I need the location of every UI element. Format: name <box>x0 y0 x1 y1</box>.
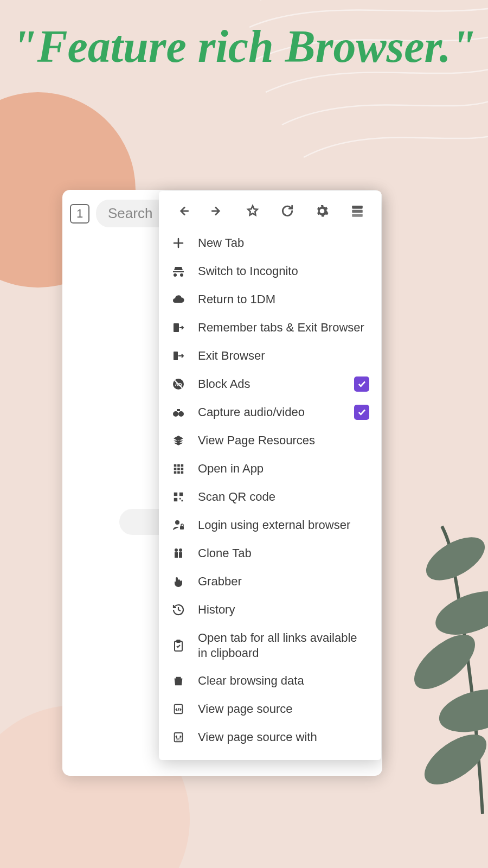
menu-item-login-external[interactable]: Login using external browser <box>159 511 381 539</box>
server-button[interactable] <box>348 202 367 220</box>
arrow-left-icon <box>176 204 190 218</box>
menu-item-capture-av[interactable]: Capture audio/video <box>159 398 381 426</box>
svg-rect-16 <box>174 464 177 467</box>
svg-rect-21 <box>181 468 184 470</box>
svg-point-0 <box>419 528 488 589</box>
back-button[interactable] <box>174 202 192 220</box>
svg-text:3RD: 3RD <box>176 738 181 741</box>
overflow-menu: New Tab Switch to Incognito Return to 1D… <box>159 191 381 760</box>
menu-item-label: Open tab for all links available in clip… <box>198 630 369 660</box>
svg-point-30 <box>175 520 179 525</box>
binoculars-icon <box>171 405 186 420</box>
menu-item-label: View page source <box>198 701 369 717</box>
menu-item-clone-tab[interactable]: Clone Tab <box>159 539 381 567</box>
apps-grid-icon <box>171 461 186 476</box>
svg-rect-37 <box>177 640 180 642</box>
svg-rect-8 <box>174 323 179 332</box>
headline: "Feature rich Browser." <box>0 0 488 71</box>
menu-item-remember-exit[interactable]: Remember tabs & Exit Browser <box>159 314 381 342</box>
svg-rect-25 <box>174 493 177 496</box>
svg-rect-19 <box>174 468 177 470</box>
server-icon <box>350 204 364 218</box>
menu-item-label: Remember tabs & Exit Browser <box>198 320 369 335</box>
settings-button[interactable] <box>313 202 331 220</box>
menu-item-label: History <box>198 602 369 617</box>
svg-rect-22 <box>174 471 177 474</box>
checkbox-checked-icon[interactable] <box>354 405 369 420</box>
history-icon <box>171 602 186 617</box>
menu-item-label: Exit Browser <box>198 348 369 363</box>
menu-item-open-clipboard-links[interactable]: Open tab for all links available in clip… <box>159 624 381 667</box>
code-file-3rd-icon: 3RD <box>171 730 186 745</box>
svg-rect-20 <box>177 468 180 470</box>
menu-item-label: Clone Tab <box>198 546 369 561</box>
layers-icon <box>171 433 186 448</box>
svg-rect-9 <box>174 352 178 360</box>
menu-item-return-1dm[interactable]: Return to 1DM <box>159 285 381 314</box>
svg-rect-31 <box>180 526 184 529</box>
menu-item-clear-data[interactable]: Clear browsing data <box>159 667 381 695</box>
remember-exit-icon <box>171 320 186 335</box>
menu-item-label: Grabber <box>198 574 369 589</box>
menu-item-label: Capture audio/video <box>198 405 342 420</box>
svg-rect-15 <box>177 409 180 411</box>
user-lock-icon <box>171 518 186 533</box>
refresh-icon <box>280 204 294 218</box>
ad-block-icon: AD <box>171 376 186 392</box>
menu-top-icons <box>159 200 381 229</box>
menu-item-exit[interactable]: Exit Browser <box>159 342 381 370</box>
menu-item-open-in-app[interactable]: Open in App <box>159 455 381 483</box>
svg-rect-29 <box>182 500 183 502</box>
menu-item-label: Block Ads <box>198 376 342 392</box>
incognito-icon <box>171 264 186 279</box>
svg-rect-28 <box>179 498 181 500</box>
clipboard-check-icon <box>171 638 186 653</box>
fist-icon <box>171 574 186 589</box>
forward-button[interactable] <box>208 202 227 220</box>
svg-point-34 <box>179 548 182 552</box>
code-file-icon <box>171 701 186 717</box>
exit-icon <box>171 348 186 363</box>
gear-icon <box>315 204 329 218</box>
plus-icon <box>171 235 186 251</box>
cloud-download-icon <box>171 292 186 307</box>
star-icon <box>246 204 260 218</box>
svg-rect-35 <box>179 552 182 558</box>
svg-rect-6 <box>352 210 363 213</box>
svg-rect-23 <box>177 471 180 474</box>
menu-item-scan-qr[interactable]: Scan QR code <box>159 483 381 511</box>
bookmark-button[interactable] <box>243 202 262 220</box>
tab-count-button[interactable]: 1 <box>70 204 89 224</box>
svg-rect-18 <box>181 464 184 467</box>
menu-item-grabber[interactable]: Grabber <box>159 567 381 596</box>
menu-item-incognito[interactable]: Switch to Incognito <box>159 257 381 285</box>
svg-rect-24 <box>181 471 184 474</box>
svg-point-32 <box>175 548 178 552</box>
menu-item-label: Return to 1DM <box>198 292 369 307</box>
checkbox-checked-icon[interactable] <box>354 376 369 392</box>
menu-item-label: Clear browsing data <box>198 673 369 688</box>
menu-item-page-resources[interactable]: View Page Resources <box>159 426 381 455</box>
trash-icon <box>171 673 186 688</box>
menu-item-block-ads[interactable]: AD Block Ads <box>159 370 381 398</box>
menu-item-label: Open in App <box>198 461 369 476</box>
svg-rect-5 <box>352 206 363 208</box>
menu-item-label: Switch to Incognito <box>198 264 369 279</box>
qr-icon <box>171 489 186 505</box>
svg-rect-27 <box>174 498 177 501</box>
svg-rect-33 <box>175 552 178 558</box>
clone-icon <box>171 546 186 561</box>
menu-item-label: Login using external browser <box>198 518 369 533</box>
menu-item-view-source-with[interactable]: 3RD View page source with <box>159 723 381 751</box>
svg-rect-17 <box>177 464 180 467</box>
menu-item-view-source[interactable]: View page source <box>159 695 381 723</box>
menu-item-history[interactable]: History <box>159 596 381 624</box>
svg-point-14 <box>178 411 184 417</box>
refresh-button[interactable] <box>278 202 297 220</box>
menu-item-label: Scan QR code <box>198 489 369 505</box>
bg-leaves <box>374 439 488 819</box>
svg-point-13 <box>173 411 178 417</box>
menu-item-label: New Tab <box>198 235 369 251</box>
menu-item-new-tab[interactable]: New Tab <box>159 229 381 257</box>
menu-item-label: View page source with <box>198 730 369 745</box>
